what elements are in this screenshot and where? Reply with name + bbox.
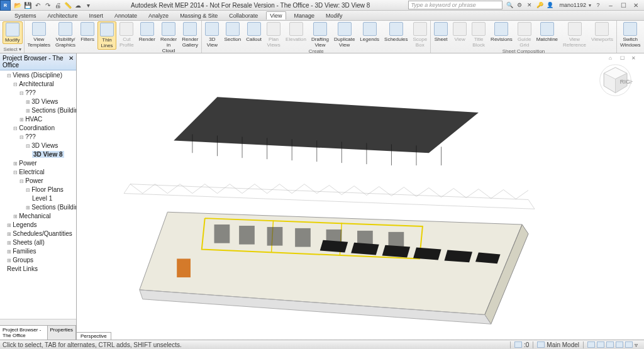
app-icon[interactable]: R (0, 0, 11, 11)
drag-icon[interactable] (625, 341, 633, 348)
tree-item-groups[interactable]: Groups (7, 256, 75, 265)
ribbon-thin-lines-button[interactable]: Thin Lines (97, 21, 116, 50)
tree-item-families[interactable]: Families (7, 247, 75, 256)
tab-modify[interactable]: Modify (323, 12, 346, 19)
tree-item-level-1[interactable]: Level 1 (32, 194, 75, 203)
tree-item-legends[interactable]: Legends (7, 221, 75, 230)
tab-manage[interactable]: Manage (291, 12, 318, 19)
tab-annotate[interactable]: Annotate (111, 12, 140, 19)
tree-item-sheets-all-[interactable]: Sheets (all) (7, 238, 75, 247)
signin-icon[interactable]: 👤 (545, 1, 554, 9)
tree-item-mechanical[interactable]: Mechanical (13, 212, 75, 221)
qat-measure-icon[interactable]: 📏 (64, 1, 72, 9)
tree-item--[interactable]: ???3D ViewsSections (Building Sectio (19, 89, 75, 115)
maximize-icon[interactable]: ☐ (618, 1, 629, 9)
duplicate-view-icon (338, 22, 352, 36)
qat-dropdown-icon[interactable]: ▾ (84, 1, 92, 9)
status-model[interactable]: Main Model (533, 341, 583, 348)
ribbon--d-view-button[interactable]: 3D View (203, 21, 221, 48)
tree-item--[interactable]: ???3D Views3D View 8 (19, 133, 75, 159)
quick-access-toolbar: 📂 💾 ↶ ↷ 🖨 📏 ☁ ▾ (13, 1, 92, 9)
user-label[interactable]: mano1192 (559, 2, 586, 8)
minimize-icon[interactable]: – (605, 1, 616, 9)
filter-icon[interactable] (597, 341, 604, 348)
ribbon-render-button[interactable]: Render (137, 21, 157, 43)
qat-save-icon[interactable]: 💾 (23, 1, 32, 9)
qat-cloud-icon[interactable]: ☁ (74, 1, 82, 9)
tree-item-schedules-quantities[interactable]: Schedules/Quantities (7, 230, 75, 238)
key-icon[interactable]: 🔑 (535, 1, 544, 9)
tab-collaborate[interactable]: Collaborate (226, 12, 261, 19)
ribbon-duplicate-view-button[interactable]: Duplicate View (332, 21, 357, 48)
pin-icon[interactable] (616, 341, 623, 348)
ribbon-revisions-button[interactable]: Revisions (489, 21, 514, 43)
tree-item-views-discipline-[interactable]: Views (Discipline)Architectural???3D Vie… (7, 71, 75, 221)
browser-close-icon[interactable]: ✕ (69, 55, 74, 69)
ribbon-sheet-button[interactable]: Sheet (432, 21, 450, 43)
tree-item-power[interactable]: PowerFloor PlansLevel 1Sections (Buildin… (19, 177, 75, 212)
tab-insert[interactable]: Insert (86, 12, 107, 19)
tree-item-floor-plans[interactable]: Floor PlansLevel 1 (26, 186, 75, 203)
svg-rect-21 (239, 226, 255, 245)
browser-tab-0[interactable]: Project Browser - The Office (0, 326, 48, 340)
ribbon-modify-button[interactable]: Modify (3, 21, 23, 44)
ribbon-legends-button[interactable]: Legends (358, 21, 381, 43)
tree-item-sections-building-sectio[interactable]: Sections (Building Sectio (26, 106, 75, 115)
user-dropdown-icon[interactable]: ▾ (589, 3, 591, 8)
filter-dropdown-icon[interactable]: ▿ (635, 341, 638, 348)
ribbon-matchline-button[interactable]: Matchline (535, 21, 560, 43)
ribbon-render-gallery-button[interactable]: Render Gallery (180, 21, 200, 48)
tree-item-label: ??? (25, 133, 36, 140)
ribbon-switch-windows-button[interactable]: Switch Windows (618, 21, 642, 48)
ribbon-scope-box-button: Scope Box (411, 21, 429, 48)
model-render (77, 53, 644, 340)
tab-systems[interactable]: Systems (11, 12, 40, 19)
ribbon-callout-button[interactable]: Callout (244, 21, 264, 43)
search-icon[interactable]: 🔍 (505, 1, 514, 9)
tree-item-label: Schedules/Quantities (13, 230, 72, 237)
tree-item-architectural[interactable]: Architectural???3D ViewsSections (Buildi… (13, 80, 75, 124)
ribbon-drafting-view-button[interactable]: Drafting View (309, 21, 331, 48)
qat-open-icon[interactable]: 📂 (13, 1, 22, 9)
ribbon-section-button[interactable]: Section (222, 21, 243, 43)
help-icon[interactable]: ? (594, 1, 602, 9)
viewport-3d[interactable]: ⌂ ☐ ✕ RIGHT (77, 53, 644, 340)
tree-item-power[interactable]: Power (13, 159, 75, 168)
ribbon-visibility-graphics-button[interactable]: Visibility/ Graphics (53, 21, 77, 48)
tree-item-electrical[interactable]: ElectricalPowerFloor PlansLevel 1Section… (13, 168, 75, 212)
tab-view[interactable]: View (266, 11, 286, 19)
exchange-icon[interactable]: ✕ (525, 1, 534, 9)
tree-item-3d-views[interactable]: 3D Views3D View 8 (26, 141, 75, 159)
search-input[interactable]: Type a keyword or phrase (408, 1, 502, 9)
browser-scrollbar-h[interactable] (0, 319, 76, 325)
tree-item-hvac[interactable]: HVAC (19, 115, 75, 124)
ribbon-button-label: Scope Box (413, 36, 427, 48)
tab-analyze[interactable]: Analyze (145, 12, 172, 19)
model-icon (537, 341, 545, 348)
ribbon-schedules-button[interactable]: Schedules (382, 21, 409, 43)
close-icon[interactable]: ✕ (630, 1, 641, 9)
browser-tree[interactable]: Views (Discipline)Architectural???3D Vie… (0, 70, 76, 319)
tree-item-coordination[interactable]: Coordination???3D Views3D View 8 (13, 124, 75, 159)
subscription-icon[interactable]: ⚙ (515, 1, 524, 9)
tab-massing-site[interactable]: Massing & Site (177, 12, 221, 19)
tree-item-revit-links[interactable]: Revit Links (7, 265, 75, 274)
qat-undo-icon[interactable]: ↶ (33, 1, 42, 9)
status-worksets[interactable]: :0 (510, 341, 533, 348)
qat-redo-icon[interactable]: ↷ (43, 1, 52, 9)
ribbon-view-templates-button[interactable]: View Templates (26, 21, 52, 48)
tree-item-sections-building-sectio[interactable]: Sections (Building Sectio (26, 203, 75, 212)
switch-windows-icon (623, 22, 637, 36)
ribbon-filters-button[interactable]: Filters (79, 21, 96, 43)
tab-architecture[interactable]: Architecture (45, 12, 81, 19)
link-icon[interactable] (606, 341, 614, 348)
ribbon-render-in-cloud-button[interactable]: Render in Cloud (158, 21, 179, 54)
tree-item-3d-views[interactable]: 3D Views (26, 97, 75, 106)
qat-print-icon[interactable]: 🖨 (53, 1, 62, 9)
tree-item-3d-view-8[interactable]: 3D View 8 (32, 150, 75, 159)
browser-header[interactable]: Project Browser - The Office ✕ (0, 53, 76, 70)
viewport-tab-perspective[interactable]: Perspective (77, 333, 111, 340)
select-icon[interactable] (587, 341, 595, 348)
browser-tab-1[interactable]: Properties (48, 326, 76, 340)
cut-profile-icon (119, 22, 133, 36)
